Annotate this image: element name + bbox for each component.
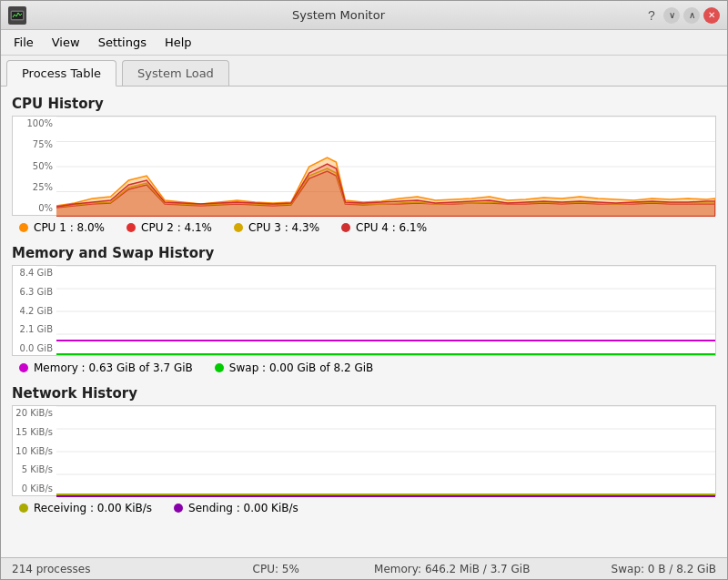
- cpu-y-75: 75%: [13, 139, 53, 149]
- cpu4-dot: [341, 223, 350, 232]
- cpu-y-50: 50%: [13, 161, 53, 171]
- menu-bar: File View Settings Help: [1, 30, 727, 56]
- net-y-20: 20 KiB/s: [13, 408, 53, 418]
- app-icon: [8, 6, 26, 25]
- main-window: System Monitor ? ∨ ∧ ✕ File View Setting…: [0, 0, 728, 580]
- cpu1-label: CPU 1 : 8.0%: [34, 221, 105, 234]
- mem-y-84: 8.4 GiB: [13, 268, 53, 278]
- memory-legend: Memory : 0.63 GiB of 3.7 GiB Swap : 0.00…: [12, 358, 716, 378]
- network-chart-area: [56, 406, 715, 497]
- help-button[interactable]: ?: [643, 7, 660, 24]
- memory-legend-item: Memory : 0.63 GiB of 3.7 GiB: [19, 361, 193, 374]
- receiving-dot: [19, 504, 28, 513]
- cpu4-legend: CPU 4 : 6.1%: [341, 221, 427, 234]
- cpu-y-25: 25%: [13, 182, 53, 192]
- sending-dot: [174, 504, 183, 513]
- network-legend: Receiving : 0.00 KiB/s Sending : 0.00 Ki…: [12, 498, 716, 518]
- network-title: Network History: [12, 385, 716, 402]
- content-area: CPU History 100% 75% 50% 25% 0%: [1, 86, 727, 557]
- cpu-y-0: 0%: [13, 203, 53, 213]
- status-memory: Memory: 646.2 MiB / 3.7 GiB: [364, 563, 541, 575]
- menu-settings[interactable]: Settings: [89, 32, 156, 53]
- swap-legend-item: Swap : 0.00 GiB of 8.2 GiB: [215, 361, 373, 374]
- memory-y-labels: 8.4 GiB 6.3 GiB 4.2 GiB 2.1 GiB 0.0 GiB: [13, 266, 56, 355]
- mem-y-21: 2.1 GiB: [13, 324, 53, 334]
- status-swap: Swap: 0 B / 8.2 GiB: [541, 563, 717, 575]
- cpu-y-labels: 100% 75% 50% 25% 0%: [13, 117, 56, 215]
- cpu3-legend: CPU 3 : 4.3%: [234, 221, 319, 234]
- network-section: Network History 20 KiB/s 15 KiB/s 10 KiB…: [12, 385, 716, 518]
- receiving-legend-item: Receiving : 0.00 KiB/s: [19, 502, 152, 514]
- cpu2-dot: [126, 223, 136, 232]
- memory-chart-area: [56, 266, 715, 357]
- memory-title: Memory and Swap History: [12, 245, 716, 261]
- cpu1-legend: CPU 1 : 8.0%: [19, 221, 105, 234]
- mem-y-63: 6.3 GiB: [13, 287, 53, 297]
- mem-y-42: 4.2 GiB: [13, 306, 53, 316]
- cpu3-label: CPU 3 : 4.3%: [248, 221, 319, 234]
- memory-chart: 8.4 GiB 6.3 GiB 4.2 GiB 2.1 GiB 0.0 GiB: [12, 265, 716, 356]
- mem-y-0: 0.0 GiB: [13, 343, 53, 353]
- minimize-button[interactable]: ∨: [663, 7, 680, 24]
- menu-file[interactable]: File: [5, 32, 43, 53]
- cpu4-label: CPU 4 : 6.1%: [356, 221, 427, 234]
- net-y-0: 0 KiB/s: [13, 483, 53, 494]
- cpu2-legend: CPU 2 : 4.1%: [126, 221, 212, 234]
- status-cpu: CPU: 5%: [188, 563, 365, 575]
- window-controls: ? ∨ ∧ ✕: [643, 7, 720, 24]
- cpu-title: CPU History: [12, 96, 716, 112]
- menu-view[interactable]: View: [43, 32, 89, 53]
- cpu-y-100: 100%: [13, 118, 53, 128]
- receiving-label: Receiving : 0.00 KiB/s: [34, 502, 152, 514]
- network-chart: 20 KiB/s 15 KiB/s 10 KiB/s 5 KiB/s 0 KiB…: [12, 405, 716, 496]
- title-bar: System Monitor ? ∨ ∧ ✕: [1, 1, 727, 30]
- memory-section: Memory and Swap History 8.4 GiB 6.3 GiB …: [12, 245, 716, 378]
- close-button[interactable]: ✕: [703, 7, 720, 24]
- sending-label: Sending : 0.00 KiB/s: [188, 502, 298, 514]
- cpu-legend: CPU 1 : 8.0% CPU 2 : 4.1% CPU 3 : 4.3% C…: [12, 218, 716, 238]
- tab-bar: Process Table System Load: [1, 56, 727, 86]
- swap-dot: [215, 363, 224, 372]
- net-y-5: 5 KiB/s: [13, 464, 53, 474]
- menu-help[interactable]: Help: [156, 32, 201, 53]
- network-y-labels: 20 KiB/s 15 KiB/s 10 KiB/s 5 KiB/s 0 KiB…: [13, 406, 56, 495]
- memory-label: Memory : 0.63 GiB of 3.7 GiB: [34, 361, 193, 374]
- tab-process-table[interactable]: Process Table: [6, 60, 116, 86]
- sending-legend-item: Sending : 0.00 KiB/s: [174, 502, 298, 514]
- cpu-section: CPU History 100% 75% 50% 25% 0%: [12, 96, 716, 238]
- cpu-chart: 100% 75% 50% 25% 0%: [12, 116, 716, 216]
- swap-label: Swap : 0.00 GiB of 8.2 GiB: [229, 361, 373, 374]
- cpu1-dot: [19, 223, 28, 232]
- cpu2-label: CPU 2 : 4.1%: [141, 221, 212, 234]
- net-y-15: 15 KiB/s: [13, 427, 53, 437]
- window-title: System Monitor: [34, 8, 643, 22]
- status-bar: 214 processes CPU: 5% Memory: 646.2 MiB …: [1, 557, 727, 579]
- tab-system-load[interactable]: System Load: [122, 60, 229, 86]
- net-y-10: 10 KiB/s: [13, 446, 53, 456]
- memory-dot: [19, 363, 28, 372]
- cpu3-dot: [234, 223, 243, 232]
- maximize-button[interactable]: ∧: [683, 7, 700, 24]
- cpu-chart-area: [56, 117, 715, 217]
- status-processes: 214 processes: [12, 563, 188, 575]
